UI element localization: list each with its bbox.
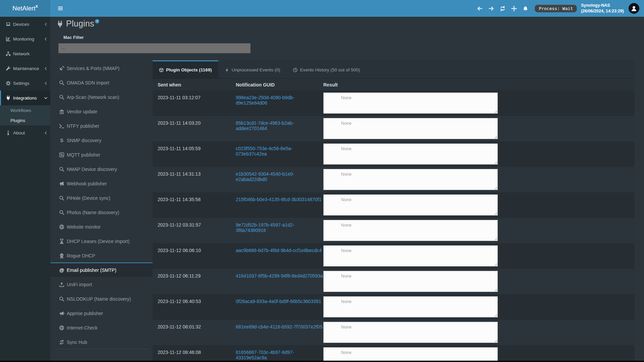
tab-label: Plugin Objects (1169)	[166, 67, 212, 72]
laptop-icon	[6, 22, 11, 27]
plugin-item-label: Rogue DHCP	[67, 253, 95, 258]
top-navbar: NetAlertX Process: Wait Synology-NAS (26…	[0, 0, 644, 17]
plugin-list-item[interactable]: Apprise publisher	[50, 306, 153, 320]
plugin-list-item[interactable]: Rogue DHCP	[50, 248, 153, 262]
plugin-list-item[interactable]: NSLOOKUP (Name discovery)	[50, 291, 153, 306]
result-textarea[interactable]	[323, 322, 498, 343]
result-textarea[interactable]	[323, 296, 498, 317]
guid-cell: 0f26aca9-833a-4a0f-bd9f-66b5c3603391	[236, 294, 323, 320]
sidebar-toggle-button[interactable]	[55, 0, 66, 17]
hourglass-icon	[59, 239, 64, 244]
plugin-list-item[interactable]: Webhook publisher	[50, 176, 153, 190]
refresh-icon[interactable]	[500, 6, 505, 11]
plugin-item-label: DHCP Leases (Device import)	[67, 239, 129, 244]
guid-cell: aac9b688-6d7b-4f8d-9b4d-ccf1e8becdc4	[236, 243, 323, 269]
app-logo[interactable]: NetAlertX	[0, 0, 50, 17]
plugin-item-label: Sync Hub	[67, 340, 87, 345]
notification-guid-link[interactable]: 9e72d52b-197b-4597-a1d2-3f8a74380918	[236, 222, 294, 233]
brand-name: NetAlert	[12, 5, 36, 12]
result-textarea[interactable]	[323, 220, 498, 241]
sidebar-item-about[interactable]: About	[0, 125, 50, 140]
result-cell	[323, 90, 635, 116]
plugin-list-item[interactable]: DHCP Leases (Device import)	[50, 234, 153, 248]
plugin-list-item[interactable]: Website monitor	[50, 219, 153, 234]
plugin-list-item[interactable]: MQTT publisher	[50, 147, 153, 162]
table-row: 2023-11-12 06:40:53 0f26aca9-833a-4a0f-b…	[153, 294, 635, 320]
notification-guid-link[interactable]: 998ea23e-250d-4090-b9db-d9e125e84d06	[236, 95, 294, 106]
sidebar-item[interactable]: Integrations	[0, 90, 50, 105]
plugin-list-item[interactable]: Pholus (Name discovery)	[50, 205, 153, 219]
guid-cell: 9e72d52b-197b-4597-a1d2-3f8a74380918	[236, 218, 323, 243]
tab[interactable]: Events History (50 out of 500)	[286, 60, 366, 78]
tab[interactable]: Plugin Objects (1169)	[153, 60, 218, 78]
plugin-list-item[interactable]: UniFi import	[50, 277, 153, 291]
result-textarea[interactable]	[323, 143, 498, 165]
plugin-list-item[interactable]: Services & Ports (NMAP)	[50, 61, 153, 75]
result-textarea[interactable]	[323, 347, 498, 362]
magnifier-icon	[59, 210, 64, 215]
bell-icon[interactable]	[523, 6, 528, 11]
notification-guid-link[interactable]: c023f550-753e-4c56-8e5a-073eb37c42ea	[236, 146, 292, 157]
sidebar-subitem[interactable]: Plugins	[0, 115, 50, 125]
help-badge[interactable]: ?	[95, 19, 99, 23]
sidebar-item[interactable]: Maintenance	[0, 61, 50, 76]
notification-guid-link[interactable]: 0f26aca9-833a-4a0f-bd9f-66b5c3603391	[236, 299, 321, 304]
plugin-list-item[interactable]: OMADA SDN import	[50, 75, 153, 89]
notification-guid-link[interactable]: e1b30542-9304-4540-b1e0-e2abad22dbd0	[236, 171, 294, 182]
user-avatar[interactable]	[629, 3, 639, 14]
sidebar-item-label: Maintenance	[13, 66, 44, 71]
result-cell	[323, 218, 635, 243]
result-textarea[interactable]	[323, 169, 498, 190]
sidebar-item-label: Integrations	[13, 96, 44, 101]
plugin-list-item[interactable]: NMAP Device discovery	[50, 162, 153, 176]
guid-cell: 215f046b-b0e3-4135-8fcd-3b30314870f1	[236, 192, 323, 218]
mac-filter-input[interactable]	[58, 43, 251, 53]
result-textarea[interactable]	[323, 93, 498, 114]
plugin-list-item[interactable]: NTFY publisher	[50, 118, 153, 133]
notification-guid-link[interactable]: 41641037-6f5b-4299-94f8-8ed4d270593a	[236, 273, 323, 279]
sent-when-cell: 2023-11-12 08:01:32	[158, 320, 236, 345]
guid-cell: 681ee89d-cb4e-4118-b592-7f70037e2f05	[236, 320, 323, 345]
result-textarea[interactable]	[323, 118, 498, 139]
column-header-sent-when: Sent when	[158, 82, 236, 87]
notification-guid-link[interactable]: 81656887-703c-4b97-8d97-43319e52ac9a	[236, 350, 294, 360]
plugin-list-item[interactable]: PiHole (Device sync)	[50, 190, 153, 205]
notification-guid-link[interactable]: 85b13cd1-7dce-4963-b2ab-addee2701484	[236, 120, 294, 131]
chevron-left-icon	[44, 37, 48, 41]
magnifier-icon	[59, 167, 64, 172]
result-textarea[interactable]	[323, 271, 498, 292]
sidebar-item[interactable]: Settings	[0, 76, 50, 90]
chart-icon	[6, 37, 11, 42]
plugin-list-item[interactable]: Sync Hub	[50, 335, 153, 349]
plugin-list-item[interactable]: Internet-Check	[50, 320, 153, 335]
letter-s-icon: S	[59, 138, 64, 143]
arrow-left-icon[interactable]	[477, 6, 483, 11]
info-icon	[6, 130, 11, 135]
panel-divider	[54, 349, 149, 349]
tab[interactable]: Unprocessed Events (0)	[218, 60, 287, 78]
sidebar-item[interactable]: Network	[0, 46, 50, 61]
column-header-notification-guid: Notification GUID	[236, 82, 323, 87]
move-icon[interactable]	[511, 6, 517, 11]
plugin-list-item[interactable]: Arp-Scan (Network scan)	[50, 89, 153, 104]
sidebar-item[interactable]: Devices	[0, 17, 50, 32]
table-row: 2023-11-11 14:05:59 c023f550-753e-4c56-8…	[153, 141, 635, 167]
plugin-list-item[interactable]: @ Email publisher (SMTP)	[50, 262, 153, 277]
guid-cell: 81656887-703c-4b97-8d97-43319e52ac9a	[236, 345, 323, 362]
notification-guid-link[interactable]: 681ee89d-cb4e-4118-b592-7f70037e2f05	[236, 324, 322, 329]
guid-cell: e1b30542-9304-4540-b1e0-e2abad22dbd0	[236, 167, 323, 192]
table-row: 2023-11-11 03:12:07 998ea23e-250d-4090-b…	[153, 90, 635, 116]
arrow-right-icon[interactable]	[488, 6, 494, 11]
sidebar-subitem[interactable]: Workflows	[0, 105, 50, 115]
notification-guid-link[interactable]: aac9b688-6d7b-4f8d-9b4d-ccf1e8becdc4	[236, 248, 322, 253]
plugin-list-item[interactable]: S SNMP discovery	[50, 133, 153, 147]
result-textarea[interactable]	[323, 245, 498, 266]
notification-guid-link[interactable]: 215f046b-b0e3-4135-8fcd-3b30314870f1	[236, 197, 321, 202]
result-textarea[interactable]	[323, 194, 498, 216]
table-row: 2023-11-11 14:35:58 215f046b-b0e3-4135-8…	[153, 192, 635, 218]
column-header-result: Result	[323, 82, 635, 87]
plugin-item-label: OMADA SDN import	[67, 80, 109, 85]
sidebar-item[interactable]: Monitoring	[0, 32, 50, 46]
plugin-list-item[interactable]: Vendor update	[50, 104, 153, 118]
brand-sup: X	[36, 4, 38, 8]
